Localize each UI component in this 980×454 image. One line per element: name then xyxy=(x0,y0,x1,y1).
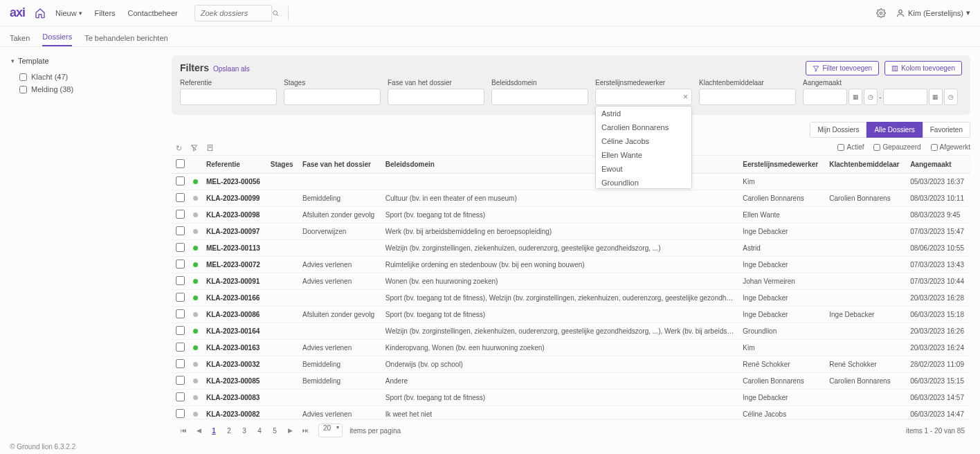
cell-beleid: Ruimtelijke ordening en stedenbouw (bv. … xyxy=(381,257,738,273)
table-row[interactable]: KLA-2023-00032 Bemiddeling Onderwijs (bv… xyxy=(172,356,970,373)
clock-icon[interactable]: ◷ xyxy=(864,89,878,105)
cell-ref: KLA-2023-00085 xyxy=(202,373,266,390)
filter-fase[interactable] xyxy=(388,89,484,105)
sidebar-check-klacht[interactable] xyxy=(19,73,27,81)
row-select[interactable] xyxy=(176,193,185,202)
filter-eerstelijns[interactable] xyxy=(595,89,692,105)
sidebar-template-toggle[interactable]: ▾ Template xyxy=(11,57,161,65)
row-select[interactable] xyxy=(176,260,185,269)
filter-save-as[interactable]: Opslaan als xyxy=(213,65,250,73)
table-row[interactable]: MEL-2023-00113 Welzijn (bv. zorginstelli… xyxy=(172,240,970,257)
page-size-select[interactable]: 20▾ xyxy=(318,424,343,437)
user-menu[interactable]: Kim (Eerstelijns) ▾ xyxy=(896,8,970,18)
row-select[interactable] xyxy=(176,326,185,335)
table-row[interactable]: KLA-2023-00091 Advies verlenen Wonen (bv… xyxy=(172,273,970,290)
view-tab-alle[interactable]: Alle Dossiers xyxy=(866,122,922,138)
status-actief[interactable]: Actief xyxy=(837,143,864,151)
page-number[interactable]: 5 xyxy=(269,427,281,435)
status-afgewerkt[interactable]: Afgewerkt xyxy=(931,143,970,151)
table-row[interactable]: KLA-2023-00098 Afsluiten zonder gevolg S… xyxy=(172,207,970,224)
col-aangemaakt[interactable]: Aangemaakt xyxy=(906,156,970,174)
filter-date-to[interactable] xyxy=(883,89,927,105)
filter-klachten[interactable] xyxy=(699,89,796,105)
row-select[interactable] xyxy=(176,343,185,352)
page-first[interactable]: ⏮ xyxy=(177,424,190,437)
dropdown-item[interactable]: Ewout xyxy=(596,162,687,176)
view-tab-fav[interactable]: Favorieten xyxy=(923,122,970,138)
select-all[interactable] xyxy=(176,159,185,168)
chevron-down-icon: ▾ xyxy=(336,424,339,430)
table-row[interactable]: MEL-2023-00072 Advies verlenen Ruimtelij… xyxy=(172,257,970,273)
col-eerstel[interactable]: Eerstelijnsmedewerker xyxy=(738,156,825,174)
row-select[interactable] xyxy=(176,376,185,385)
page-number[interactable]: 3 xyxy=(238,427,251,435)
table-row[interactable]: KLA-2023-00163 Advies verlenen Kinderopv… xyxy=(172,340,970,356)
sidebar-item-klacht[interactable]: Klacht (47) xyxy=(11,71,161,83)
dropdown-item[interactable]: Carolien Bonnarens xyxy=(596,120,687,134)
row-select[interactable] xyxy=(176,409,185,418)
table-row[interactable]: KLA-2023-00085 Bemiddeling Andere Caroli… xyxy=(172,373,970,390)
row-select[interactable] xyxy=(176,210,185,219)
row-select[interactable] xyxy=(176,392,185,401)
table-row[interactable]: KLA-2023-00082 Advies verlenen Ik weet h… xyxy=(172,406,970,419)
filter-date-from[interactable] xyxy=(803,89,847,105)
tab-taken[interactable]: Taken xyxy=(10,34,30,46)
page-last[interactable]: ⏭ xyxy=(299,424,311,437)
table-row[interactable]: KLA-2023-00097 Doorverwijzen Werk (bv. b… xyxy=(172,224,970,240)
search-button[interactable] xyxy=(271,5,288,21)
filter-beleid[interactable] xyxy=(491,89,588,105)
view-tab-mijn[interactable]: Mijn Dossiers xyxy=(810,122,866,138)
col-klachten[interactable]: Klachtenbemiddelaar xyxy=(825,156,906,174)
page-next[interactable]: ▶ xyxy=(284,424,296,437)
table-row[interactable]: KLA-2023-00086 Afsluiten zonder gevolg S… xyxy=(172,307,970,323)
table-row[interactable]: KLA-2023-00164 Welzijn (bv. zorginstelli… xyxy=(172,323,970,340)
cell-aangemaakt: 05/03/2023 16:37 xyxy=(906,174,970,190)
table-row[interactable]: MEL-2023-00056 Kim 05/03/2023 16:37 xyxy=(172,174,970,190)
nav-filters[interactable]: Filters xyxy=(95,9,116,17)
page-number[interactable]: 2 xyxy=(223,427,235,435)
status-gepauzeerd[interactable]: Gepauzeerd xyxy=(873,143,920,151)
row-select[interactable] xyxy=(176,359,185,368)
export-icon[interactable] xyxy=(206,144,214,153)
gear-icon[interactable] xyxy=(876,8,886,18)
tab-dossiers[interactable]: Dossiers xyxy=(42,33,72,46)
dropdown-item[interactable]: Ellen Wante xyxy=(596,148,687,162)
row-select[interactable] xyxy=(176,176,185,185)
cell-fase xyxy=(298,290,381,307)
clear-icon[interactable]: × xyxy=(683,92,688,102)
table-row[interactable]: KLA-2023-00166 Sport (bv. toegang tot de… xyxy=(172,290,970,307)
page-prev[interactable]: ◀ xyxy=(192,424,205,437)
row-select[interactable] xyxy=(176,293,185,302)
dropdown-item[interactable]: Groundlion xyxy=(596,176,687,189)
table-row[interactable]: KLA-2023-00083 Sport (bv. toegang tot de… xyxy=(172,390,970,406)
page-number[interactable]: 4 xyxy=(253,427,266,435)
table-row[interactable]: KLA-2023-00099 Bemiddeling Cultuur (bv. … xyxy=(172,190,970,207)
nav-nieuw[interactable]: Nieuw▾ xyxy=(55,9,82,17)
clear-filters-icon[interactable] xyxy=(190,144,198,153)
search-input[interactable] xyxy=(195,9,271,17)
refresh-icon[interactable]: ↻ xyxy=(176,144,182,153)
col-stages[interactable]: Stages xyxy=(266,156,298,174)
add-column-button[interactable]: Kolom toevoegen xyxy=(884,61,962,75)
col-fase[interactable]: Fase van het dossier xyxy=(298,156,381,174)
sidebar-item-melding[interactable]: Melding (38) xyxy=(11,83,161,96)
cell-klachten xyxy=(825,207,906,224)
filter-stages[interactable] xyxy=(284,89,381,105)
filter-referentie[interactable] xyxy=(180,89,277,105)
row-select[interactable] xyxy=(176,309,185,318)
calendar-icon[interactable]: ▦ xyxy=(929,89,943,105)
row-select[interactable] xyxy=(176,243,185,252)
add-filter-button[interactable]: Filter toevoegen xyxy=(806,61,879,75)
home-icon[interactable] xyxy=(35,8,46,19)
clock-icon[interactable]: ◷ xyxy=(944,89,958,105)
dropdown-item[interactable]: Céline Jacobs xyxy=(596,134,687,148)
dropdown-item[interactable]: Astrid xyxy=(596,107,687,120)
col-ref[interactable]: Referentie xyxy=(202,156,266,174)
sidebar-check-melding[interactable] xyxy=(19,86,27,93)
tab-berichten[interactable]: Te behandelen berichten xyxy=(84,34,167,46)
calendar-icon[interactable]: ▦ xyxy=(849,89,862,105)
row-select[interactable] xyxy=(176,276,185,285)
page-number[interactable]: 1 xyxy=(208,427,220,435)
row-select[interactable] xyxy=(176,226,185,235)
nav-contactbeheer[interactable]: Contactbeheer xyxy=(128,9,178,17)
